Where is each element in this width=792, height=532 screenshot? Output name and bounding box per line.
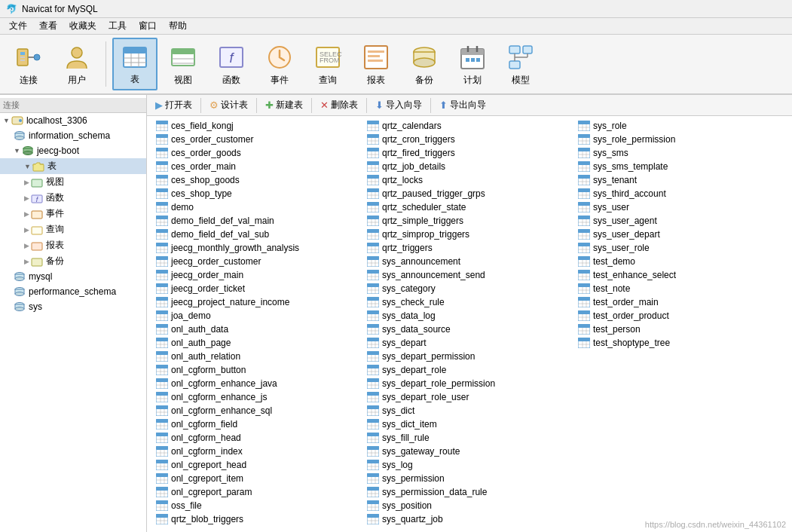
table-row[interactable]: qrtz_fired_triggers <box>364 146 575 160</box>
table-row[interactable]: ces_shop_goods <box>153 173 364 187</box>
table-row[interactable]: sys_user_depart <box>575 228 786 241</box>
table-row[interactable]: demo_field_def_val_main <box>153 214 364 228</box>
sidebar-item-sys_db[interactable]: sys <box>0 299 146 314</box>
sidebar-item-func_node[interactable]: ▶ f 函数 <box>0 190 146 206</box>
table-row[interactable]: sys_fill_rule <box>364 431 575 445</box>
action-btn-delete[interactable]: ✕删除表 <box>315 96 363 114</box>
table-row[interactable]: demo_field_def_val_sub <box>153 228 364 241</box>
action-btn-export[interactable]: ⬆导出向导 <box>434 96 491 114</box>
table-row[interactable]: onl_auth_data <box>153 323 364 336</box>
table-row[interactable]: qrtz_triggers <box>364 241 575 255</box>
toolbar-schedule[interactable]: 计划 <box>450 38 495 90</box>
toolbar-table[interactable]: 表 <box>112 38 157 90</box>
table-row[interactable]: ces_order_main <box>153 160 364 173</box>
table-row[interactable]: qrtz_blob_triggers <box>153 512 364 526</box>
table-row[interactable]: qrtz_locks <box>364 173 575 187</box>
menu-item-查看[interactable]: 查看 <box>33 18 63 34</box>
table-row[interactable]: sys_user <box>575 200 786 214</box>
table-row[interactable]: sys_role <box>575 119 786 133</box>
toolbar-event[interactable]: 事件 <box>257 38 302 90</box>
table-row[interactable]: jeecg_order_ticket <box>153 282 364 295</box>
toolbar-model[interactable]: 模型 <box>498 38 543 90</box>
table-row[interactable]: sys_user_agent <box>575 214 786 228</box>
table-row[interactable]: qrtz_cron_triggers <box>364 133 575 146</box>
table-row[interactable]: onl_cgform_enhance_java <box>153 377 364 390</box>
table-row[interactable]: sys_position <box>364 499 575 512</box>
sidebar-item-info_schema[interactable]: information_schema <box>0 128 146 143</box>
table-row[interactable]: onl_cgform_field <box>153 417 364 431</box>
sidebar-item-view_node[interactable]: ▶ 视图 <box>0 174 146 190</box>
action-btn-open[interactable]: ▶打开表 <box>150 96 197 114</box>
sidebar-item-query_node[interactable]: ▶ 查询 <box>0 222 146 237</box>
table-row[interactable]: test_order_main <box>575 295 786 309</box>
table-row[interactable]: jeecg_order_main <box>153 268 364 282</box>
table-row[interactable]: sys_data_source <box>364 323 575 336</box>
table-row[interactable]: jeecg_order_customer <box>153 255 364 268</box>
sidebar-item-perf_schema[interactable]: performance_schema <box>0 284 146 299</box>
table-row[interactable]: sys_gateway_route <box>364 445 575 458</box>
toolbar-view[interactable]: 视图 <box>161 38 206 90</box>
table-row[interactable]: sys_dict_item <box>364 417 575 431</box>
table-row[interactable]: onl_cgform_button <box>153 363 364 377</box>
toolbar-backup[interactable]: 备份 <box>402 38 447 90</box>
table-row[interactable]: jeecg_project_nature_income <box>153 295 364 309</box>
table-row[interactable]: sys_depart_role_user <box>364 390 575 404</box>
toolbar-connect[interactable]: 连接 <box>6 38 51 90</box>
sidebar-item-mysql_db[interactable]: mysql <box>0 269 146 284</box>
table-row[interactable]: demo <box>153 200 364 214</box>
table-row[interactable]: sys_third_account <box>575 187 786 200</box>
table-row[interactable]: onl_cgform_head <box>153 431 364 445</box>
table-row[interactable]: qrtz_simple_triggers <box>364 214 575 228</box>
table-row[interactable]: qrtz_job_details <box>364 160 575 173</box>
table-row[interactable]: sys_log <box>364 458 575 472</box>
table-row[interactable]: sys_tenant <box>575 173 786 187</box>
table-row[interactable]: jeecg_monthly_growth_analysis <box>153 241 364 255</box>
table-row[interactable]: sys_depart <box>364 336 575 350</box>
table-row[interactable]: joa_demo <box>153 309 364 323</box>
sidebar-item-backup_node[interactable]: ▶ 备份 <box>0 253 146 269</box>
table-row[interactable]: onl_cgreport_head <box>153 458 364 472</box>
table-row[interactable]: sys_quartz_job <box>364 512 575 526</box>
action-btn-import[interactable]: ⬇导入向导 <box>370 96 427 114</box>
table-row[interactable]: qrtz_scheduler_state <box>364 200 575 214</box>
sidebar-item-jeecg_boot[interactable]: ▼ jeecg-boot <box>0 143 146 158</box>
toolbar-function[interactable]: f 函数 <box>209 38 254 90</box>
menu-item-收藏夹[interactable]: 收藏夹 <box>63 18 102 34</box>
table-row[interactable]: sys_sms <box>575 146 786 160</box>
table-row[interactable]: sys_user_role <box>575 241 786 255</box>
table-row[interactable]: sys_announcement <box>364 255 575 268</box>
table-row[interactable]: sys_dict <box>364 404 575 417</box>
table-row[interactable]: sys_depart_role_permission <box>364 377 575 390</box>
table-row[interactable]: test_person <box>575 323 786 336</box>
table-row[interactable]: oss_file <box>153 499 364 512</box>
table-row[interactable]: sys_depart_role <box>364 363 575 377</box>
table-row[interactable]: sys_depart_permission <box>364 350 575 363</box>
table-row[interactable]: onl_cgreport_param <box>153 485 364 499</box>
table-row[interactable]: sys_role_permission <box>575 133 786 146</box>
menu-item-窗口[interactable]: 窗口 <box>133 18 163 34</box>
action-btn-new[interactable]: ✚新建表 <box>260 96 308 114</box>
table-row[interactable]: sys_check_rule <box>364 295 575 309</box>
toolbar-user[interactable]: 用户 <box>54 38 99 90</box>
table-row[interactable]: sys_data_log <box>364 309 575 323</box>
toolbar-report[interactable]: 报表 <box>353 38 399 90</box>
table-row[interactable]: ces_shop_type <box>153 187 364 200</box>
table-row[interactable]: qrtz_calendars <box>364 119 575 133</box>
table-row[interactable]: onl_cgreport_item <box>153 472 364 485</box>
table-row[interactable]: sys_sms_template <box>575 160 786 173</box>
table-row[interactable]: onl_cgform_index <box>153 445 364 458</box>
table-row[interactable]: test_enhance_select <box>575 268 786 282</box>
sidebar-item-table_node[interactable]: ▼ 表 <box>0 158 146 174</box>
menu-item-帮助[interactable]: 帮助 <box>163 18 193 34</box>
sidebar-item-report_node[interactable]: ▶ 报表 <box>0 237 146 253</box>
table-row[interactable]: onl_auth_relation <box>153 350 364 363</box>
table-row[interactable]: test_note <box>575 282 786 295</box>
table-row[interactable]: test_shoptype_tree <box>575 336 786 350</box>
table-row[interactable]: test_order_product <box>575 309 786 323</box>
table-row[interactable]: onl_cgform_enhance_sql <box>153 404 364 417</box>
action-btn-design[interactable]: ⚙设计表 <box>204 96 253 114</box>
table-row[interactable]: ces_field_kongj <box>153 119 364 133</box>
toolbar-query[interactable]: SELECTFROM 查询 <box>305 38 350 90</box>
table-row[interactable]: ces_order_customer <box>153 133 364 146</box>
table-row[interactable]: onl_auth_page <box>153 336 364 350</box>
